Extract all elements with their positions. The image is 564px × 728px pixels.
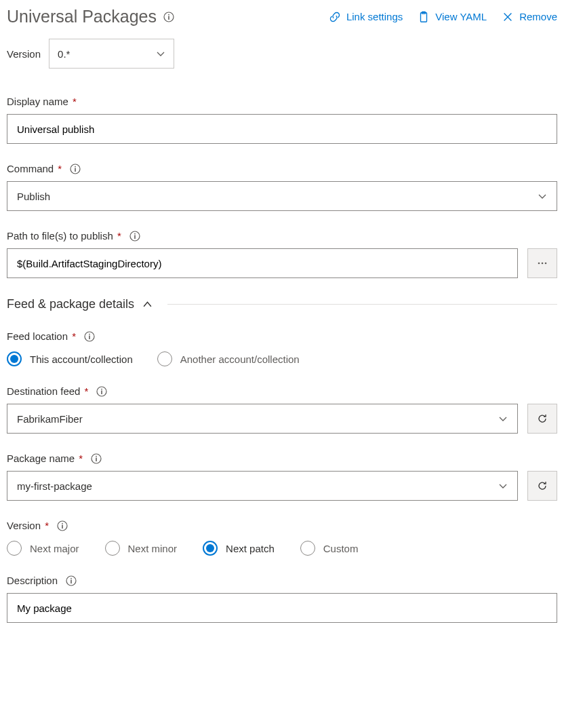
display-name-field: Display name *: [7, 96, 557, 144]
path-label-row: Path to file(s) to publish *: [7, 230, 557, 242]
package-name-select[interactable]: my-first-package: [7, 471, 518, 501]
link-icon: [329, 11, 341, 23]
radio-label: Next patch: [226, 543, 275, 554]
radio-another-account[interactable]: Another account/collection: [157, 351, 300, 366]
pkg-version-label: Version: [7, 520, 41, 531]
svg-point-24: [62, 522, 63, 524]
radio-icon: [300, 541, 315, 556]
page-title: Universal Packages: [7, 7, 157, 26]
package-name-row: my-first-package: [7, 471, 557, 501]
path-input-row: [7, 248, 557, 278]
required-marker: *: [76, 453, 83, 464]
svg-point-21: [96, 455, 97, 457]
svg-rect-10: [134, 235, 136, 239]
package-name-label: Package name: [7, 453, 75, 464]
info-icon[interactable]: [84, 331, 95, 342]
radio-next-major[interactable]: Next major: [7, 541, 79, 556]
feed-location-field: Feed location * This account/collection …: [7, 330, 557, 366]
version-select[interactable]: 0.*: [49, 39, 174, 69]
display-name-input[interactable]: [7, 114, 557, 144]
dest-feed-row: FabrikamFiber: [7, 404, 557, 434]
feed-pkg-section-header[interactable]: Feed & package details: [7, 297, 557, 311]
divider: [167, 304, 557, 305]
chevron-down-icon: [538, 191, 547, 201]
description-input[interactable]: [7, 593, 557, 623]
required-marker: *: [55, 163, 62, 174]
browse-button[interactable]: [527, 248, 557, 278]
remove-button[interactable]: Remove: [502, 11, 557, 23]
radio-label: Custom: [323, 543, 359, 554]
svg-point-27: [70, 577, 72, 579]
radio-icon: [203, 541, 218, 556]
dest-feed-label-row: Destination feed *: [7, 385, 557, 397]
command-label: Command: [7, 163, 54, 174]
info-icon[interactable]: [66, 575, 77, 586]
version-label: Version: [7, 48, 41, 60]
radio-icon: [7, 541, 22, 556]
description-label: Description: [7, 575, 58, 586]
path-input[interactable]: [7, 248, 518, 278]
view-yaml-label: View YAML: [435, 11, 487, 22]
radio-icon: [105, 541, 120, 556]
view-yaml-button[interactable]: View YAML: [418, 11, 487, 23]
svg-rect-2: [168, 16, 169, 20]
dest-feed-select[interactable]: FabrikamFiber: [7, 404, 518, 434]
svg-rect-16: [89, 335, 90, 339]
radio-custom[interactable]: Custom: [300, 541, 359, 556]
refresh-button[interactable]: [527, 404, 557, 434]
info-icon[interactable]: [57, 520, 68, 531]
info-icon[interactable]: [129, 231, 140, 242]
package-name-value: my-first-package: [17, 480, 92, 492]
info-icon[interactable]: [163, 12, 174, 22]
pkg-version-label-row: Version *: [7, 520, 557, 531]
feed-location-label: Feed location: [7, 330, 68, 342]
version-row: Version 0.*: [7, 39, 557, 69]
required-marker: *: [115, 230, 121, 242]
link-settings-button[interactable]: Link settings: [329, 11, 403, 23]
feed-location-label-row: Feed location *: [7, 330, 557, 342]
svg-rect-7: [75, 168, 76, 172]
path-field: Path to file(s) to publish *: [7, 230, 557, 278]
info-icon[interactable]: [96, 386, 107, 397]
refresh-button[interactable]: [527, 471, 557, 501]
radio-next-patch[interactable]: Next patch: [203, 541, 275, 556]
chevron-down-icon: [498, 414, 508, 423]
info-icon[interactable]: [91, 453, 102, 464]
command-select[interactable]: Publish: [7, 181, 557, 211]
radio-this-account[interactable]: This account/collection: [7, 351, 133, 366]
svg-point-1: [168, 14, 169, 15]
description-label-row: Description: [7, 575, 557, 586]
svg-point-12: [542, 263, 544, 265]
svg-rect-19: [102, 390, 103, 394]
svg-rect-28: [70, 579, 72, 583]
radio-label: Next major: [30, 543, 79, 554]
svg-point-13: [545, 263, 547, 265]
required-marker: *: [69, 330, 76, 342]
required-marker: *: [81, 385, 88, 397]
radio-next-minor[interactable]: Next minor: [105, 541, 178, 556]
radio-icon: [157, 351, 172, 366]
svg-point-11: [538, 263, 540, 265]
info-icon[interactable]: [70, 164, 81, 174]
svg-point-9: [134, 233, 136, 234]
radio-label: Next minor: [128, 543, 178, 554]
link-settings-label: Link settings: [346, 11, 403, 22]
required-marker: *: [70, 96, 77, 107]
more-icon: [537, 258, 548, 269]
section-title: Feed & package details: [7, 297, 134, 311]
refresh-icon: [537, 480, 548, 491]
description-field: Description: [7, 575, 557, 623]
feed-location-radios: This account/collection Another account/…: [7, 351, 557, 366]
refresh-icon: [537, 413, 548, 424]
svg-point-15: [89, 333, 90, 334]
close-icon: [502, 11, 514, 23]
task-header: Universal Packages Link settings View YA…: [7, 7, 557, 26]
svg-rect-3: [421, 12, 427, 22]
svg-point-6: [75, 166, 76, 167]
svg-point-18: [102, 388, 103, 389]
version-value: 0.*: [58, 48, 70, 60]
chevron-down-icon: [156, 49, 165, 58]
package-name-label-row: Package name *: [7, 453, 557, 464]
svg-rect-22: [96, 457, 97, 461]
display-name-label-row: Display name *: [7, 96, 557, 107]
